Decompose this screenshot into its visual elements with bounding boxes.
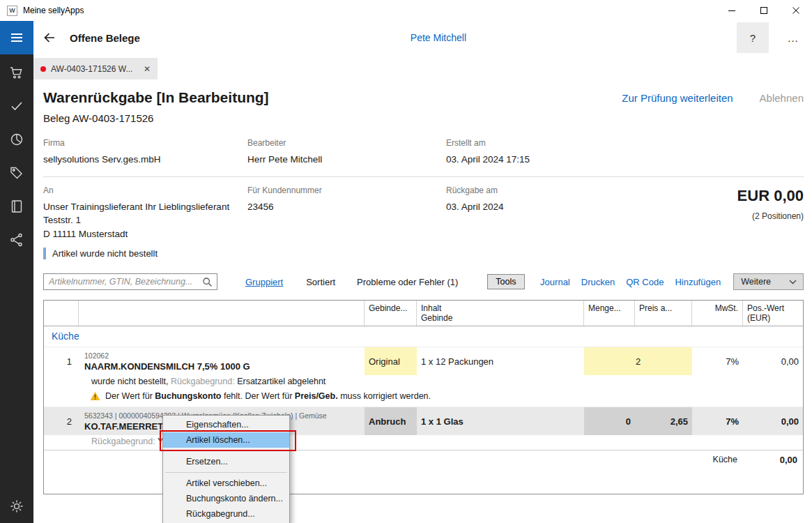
- field-an: An Unser Trainingslieferant Ihr Liebling…: [43, 185, 247, 241]
- sidebar-item-settings[interactable]: [0, 490, 33, 523]
- sidebar-item-prices[interactable]: [0, 156, 33, 190]
- summary-empty5: [584, 450, 635, 469]
- article-row-1-warning: Der Wert für Buchungskonto fehlt. Der We…: [44, 390, 803, 407]
- user-name-link[interactable]: Pete Mitchell: [411, 32, 466, 43]
- note-value: Ersatzartikel abgelehnt: [235, 377, 326, 386]
- search-input[interactable]: [44, 275, 199, 289]
- field-firma-label: Firma: [43, 138, 247, 148]
- toggle-gruppiert[interactable]: Gruppiert: [245, 277, 283, 287]
- app-header: Offene Belege Pete Mitchell ? ...: [33, 21, 812, 54]
- menge-cell[interactable]: 2: [584, 347, 692, 375]
- forward-for-review-button[interactable]: Zur Prüfung weiterleiten: [622, 92, 733, 104]
- sidebar-item-catalog[interactable]: [0, 190, 33, 223]
- document-total: EUR 0,00 (2 Positionen): [737, 185, 804, 221]
- journal-link[interactable]: Journal: [540, 277, 570, 287]
- preis-value: 2,65: [671, 416, 688, 427]
- tag-icon: [9, 165, 24, 181]
- article-row-2[interactable]: 2 5632343 | 00000040594293 | Wurzelgemüs…: [44, 407, 803, 450]
- menge-cell[interactable]: 0: [584, 407, 635, 435]
- summary-empty3: [365, 450, 417, 469]
- close-button[interactable]: [780, 0, 812, 21]
- group-header-kueche[interactable]: Küche: [44, 326, 803, 347]
- hamburger-menu-button[interactable]: [0, 21, 33, 54]
- tab-label: AW-0403-171526 W...: [51, 64, 138, 74]
- positions-count: (2 Positionen): [737, 211, 804, 221]
- reject-button[interactable]: Ablehnen: [760, 92, 804, 104]
- sidebar-item-share[interactable]: [0, 223, 33, 257]
- document-title: Warenrückgabe [In Bearbeitung]: [43, 89, 269, 106]
- menu-item-artikel-loeschen[interactable]: Artikel löschen...: [163, 432, 289, 448]
- weitere-dropdown-button[interactable]: Weitere: [733, 273, 804, 290]
- hinzufuegen-link[interactable]: Hinzufügen: [675, 277, 721, 287]
- tab-close-button[interactable]: ✕: [144, 64, 151, 74]
- minimize-button[interactable]: [716, 0, 748, 21]
- filter-probleme-oder-fehler[interactable]: Probleme oder Fehler (1): [357, 277, 458, 287]
- minimize-icon: [728, 6, 736, 15]
- menu-item-ersetzen[interactable]: Ersetzen...: [163, 454, 289, 469]
- summary-group-label: Küche: [692, 450, 743, 469]
- sidebar-item-reports[interactable]: [0, 123, 33, 156]
- row-number: 2: [44, 407, 79, 435]
- document-number: Beleg AW-0403-171526: [43, 112, 804, 124]
- close-icon: [792, 6, 800, 15]
- main-content: Warenrückgabe [In Bearbeitung] Zur Prüfu…: [33, 79, 812, 523]
- column-header-inhalt-gebinde[interactable]: Inhalt Gebinde: [417, 301, 584, 326]
- note-label: Rückgabegrund:: [91, 437, 155, 446]
- field-bearbeiter: Bearbeiter Herr Pete Mitchell: [247, 138, 446, 167]
- search-icon[interactable]: [202, 277, 213, 287]
- menu-item-rueckgabegrund[interactable]: Rückgabegrund...: [163, 506, 289, 522]
- preis-cell[interactable]: 2,65: [635, 407, 692, 435]
- qr-code-link[interactable]: QR Code: [626, 277, 664, 287]
- menge-value: 2: [636, 356, 641, 367]
- article-description: 102062 NAARM.KONDENSMILCH 7,5% 1000 G: [79, 347, 365, 375]
- field-kundennummer-value: 23456: [247, 200, 446, 214]
- field-kundennummer: Für Kundennummer 23456: [247, 185, 446, 214]
- article-row-1[interactable]: 1 102062 NAARM.KONDENSMILCH 7,5% 1000 G …: [44, 347, 803, 407]
- tab-document[interactable]: AW-0403-171526 W... ✕: [33, 58, 158, 79]
- maximize-button[interactable]: [748, 0, 780, 21]
- field-kundennummer-label: Für Kundennummer: [247, 185, 446, 195]
- field-erstellt-value: 03. April 2024 17:15: [446, 153, 804, 167]
- article-code: 102062: [84, 351, 360, 360]
- summary-group-value: 0,00: [743, 450, 803, 469]
- help-icon: ?: [750, 32, 756, 44]
- page-title: Offene Belege: [70, 32, 140, 44]
- gebinde-value: Original: [369, 356, 413, 367]
- row-number: 1: [44, 347, 79, 375]
- summary-empty6: [635, 450, 692, 469]
- field-firma: Firma sellysolutions Serv.ges.mbH: [43, 138, 247, 167]
- column-header-menge[interactable]: Menge...: [584, 301, 635, 326]
- menu-item-buchungskonto-aendern[interactable]: Buchungskonto ändern...: [163, 491, 289, 506]
- back-button[interactable]: [33, 21, 66, 54]
- mwst-cell: 7%: [692, 407, 743, 435]
- more-options-button[interactable]: ...: [777, 22, 809, 53]
- menu-item-eigenschaften[interactable]: Eigenschaften...: [163, 417, 289, 432]
- field-bearbeiter-value: Herr Pete Mitchell: [247, 153, 446, 167]
- chevron-down-icon: [789, 280, 797, 285]
- gebinde-cell[interactable]: Original: [365, 347, 417, 375]
- column-header-pos-wert[interactable]: Pos.-Wert (EUR): [743, 301, 803, 326]
- column-header-preis[interactable]: Preis a...: [635, 301, 692, 326]
- column-header-mwst[interactable]: MwSt.: [692, 301, 743, 326]
- title-bar: W Meine sellyApps: [0, 0, 812, 21]
- gebinde-cell[interactable]: Anbruch: [365, 407, 417, 435]
- article-row-1-note: wurde nicht bestellt, Rückgabegrund: Ers…: [44, 375, 803, 390]
- column-header-gebinde[interactable]: Gebinde...: [365, 301, 417, 326]
- column-header-empty2: [79, 301, 365, 326]
- menu-item-artikel-verschieben[interactable]: Artikel verschieben...: [163, 476, 289, 491]
- window-controls: [716, 0, 812, 21]
- article-search: [43, 273, 217, 290]
- total-amount: EUR 0,00: [737, 187, 804, 205]
- tools-button[interactable]: Tools: [487, 274, 524, 289]
- back-arrow-icon: [43, 31, 56, 45]
- toggle-sortiert[interactable]: Sortiert: [306, 277, 335, 287]
- sidebar-item-cart[interactable]: [0, 56, 33, 89]
- help-button[interactable]: ?: [737, 22, 769, 53]
- note-label: Rückgabegrund:: [171, 377, 235, 386]
- drucken-link[interactable]: Drucken: [581, 277, 615, 287]
- field-an-label: An: [43, 185, 247, 195]
- sidebar-item-tasks[interactable]: [0, 89, 33, 123]
- note-plain: wurde nicht bestellt,: [91, 377, 171, 386]
- pos-wert-value: 0,00: [781, 356, 799, 367]
- positions-table: Gebinde... Inhalt Gebinde Menge... Preis…: [43, 300, 804, 494]
